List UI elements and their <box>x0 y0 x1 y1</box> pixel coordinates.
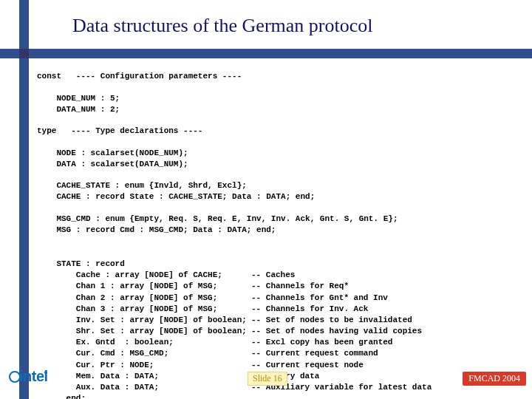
state-field-decl: Aux. Data : DATA; <box>37 382 251 393</box>
code-cache-decl: CACHE : record State : CACHE_STATE; Data… <box>37 192 315 201</box>
state-field-decl: Cur. Cmd : MSG_CMD; <box>37 348 251 359</box>
code-cache-state-decl: CACHE_STATE : enum {Invld, Shrd, Excl}; <box>37 181 247 190</box>
state-record-row: Ex. Gntd : boolean;-- Excl copy has been… <box>37 337 432 348</box>
state-field-comment: -- Excl copy has been granted <box>251 337 392 348</box>
state-field-decl: Cur. Ptr : NODE; <box>37 360 251 371</box>
state-field-comment: -- Channels for Req* <box>251 281 349 292</box>
state-end: end; <box>37 393 432 399</box>
state-field-comment: -- Channels for Inv. Ack <box>251 304 368 315</box>
state-record-row: Chan 3 : array [NODE] of MSG;-- Channels… <box>37 304 432 315</box>
code-data-decl: DATA : scalarset(DATA_NUM); <box>37 160 188 168</box>
state-header: STATE : record <box>37 259 432 270</box>
accent-horizontal-bar <box>0 49 532 58</box>
state-field-decl: Chan 3 : array [NODE] of MSG; <box>37 304 251 315</box>
slide-number-badge: Slide 16 <box>248 372 287 386</box>
state-record-row: Mem. Data : DATA;-- Memory data <box>37 371 432 382</box>
code-msg-decl: MSG : record Cmd : MSG_CMD; Data : DATA;… <box>37 225 276 234</box>
code-msg-cmd-decl: MSG_CMD : enum {Empty, Req. S, Req. E, I… <box>37 214 398 223</box>
state-record-row: Chan 1 : array [NODE] of MSG;-- Channels… <box>37 281 432 292</box>
state-field-decl: Mem. Data : DATA; <box>37 371 251 382</box>
state-record-row: Cur. Ptr : NODE;-- Current request node <box>37 360 432 371</box>
state-field-comment: -- Set of nodes having valid copies <box>251 326 422 337</box>
state-field-decl: Chan 1 : array [NODE] of MSG; <box>37 281 251 292</box>
state-field-decl: Cache : array [NODE] of CACHE; <box>37 270 251 281</box>
slide-title: Data structures of the German protocol <box>72 15 372 37</box>
intel-logo-text: intel <box>19 368 48 385</box>
state-field-comment: -- Set of nodes to be invalidated <box>251 315 412 326</box>
state-record-row: Chan 2 : array [NODE] of MSG;-- Channels… <box>37 293 432 304</box>
code-block-upper: const ---- Configuration parameters ----… <box>37 71 398 236</box>
state-field-decl: Inv. Set : array [NODE] of boolean; <box>37 315 251 326</box>
state-field-decl: Shr. Set : array [NODE] of boolean; <box>37 326 251 337</box>
state-field-comment: -- Channels for Gnt* and Inv <box>251 293 388 304</box>
state-record-row: Shr. Set : array [NODE] of boolean;-- Se… <box>37 326 432 337</box>
intel-logo: intel <box>9 366 50 389</box>
state-record-row: Cur. Cmd : MSG_CMD;-- Current request co… <box>37 348 432 359</box>
state-record-row: Inv. Set : array [NODE] of boolean;-- Se… <box>37 315 432 326</box>
intel-logo-dot <box>44 371 47 374</box>
conference-badge: FMCAD 2004 <box>463 372 526 386</box>
code-data-num: DATA_NUM : 2; <box>37 105 120 114</box>
state-field-decl: Ex. Gntd : boolean; <box>37 337 251 348</box>
code-node-decl: NODE : scalarset(NODE_NUM); <box>37 149 188 157</box>
code-node-num: NODE_NUM : 5; <box>37 94 120 103</box>
state-field-comment: -- Current request command <box>251 348 378 359</box>
state-record-row: Cache : array [NODE] of CACHE;-- Caches <box>37 270 432 281</box>
code-const-header: const ---- Configuration parameters ---- <box>37 72 242 81</box>
code-type-header: type ---- Type declarations ---- <box>37 126 202 135</box>
accent-corner-fill <box>19 49 29 58</box>
code-state-record: STATE : record Cache : array [NODE] of C… <box>37 259 432 399</box>
state-field-comment: -- Caches <box>251 270 295 281</box>
state-record-row: Aux. Data : DATA;-- Auxiliary variable f… <box>37 382 432 393</box>
state-field-decl: Chan 2 : array [NODE] of MSG; <box>37 293 251 304</box>
state-field-comment: -- Current request node <box>251 360 364 371</box>
accent-vertical-bar <box>19 0 29 399</box>
